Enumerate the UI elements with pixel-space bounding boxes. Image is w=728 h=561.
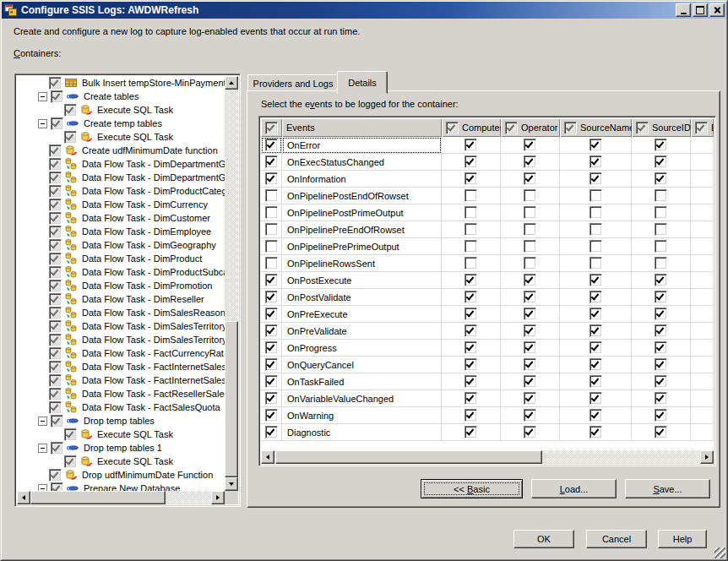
event-log-checkbox[interactable] bbox=[465, 139, 477, 151]
event-log-checkbox[interactable] bbox=[524, 172, 536, 185]
tree-item-checkbox[interactable] bbox=[49, 172, 62, 184]
maximize-button[interactable] bbox=[693, 3, 708, 17]
event-log-checkbox[interactable] bbox=[524, 189, 536, 202]
event-checkbox-cell[interactable] bbox=[501, 272, 560, 289]
event-log-checkbox[interactable] bbox=[655, 358, 667, 371]
event-checkbox-cell[interactable] bbox=[560, 154, 632, 171]
event-checkbox-cell[interactable] bbox=[442, 306, 501, 323]
event-log-checkbox[interactable] bbox=[465, 189, 477, 202]
tree-item[interactable]: Data Flow Task - DimReseller bbox=[17, 292, 225, 306]
scroll-down-button[interactable] bbox=[225, 477, 238, 491]
event-checkbox-cell[interactable] bbox=[691, 323, 714, 340]
event-checkbox-cell[interactable] bbox=[442, 238, 501, 255]
event-log-checkbox[interactable] bbox=[589, 324, 602, 337]
tree-item-checkbox[interactable] bbox=[64, 455, 77, 468]
event-log-checkbox[interactable] bbox=[465, 308, 477, 320]
event-log-checkbox[interactable] bbox=[589, 240, 602, 253]
event-checkbox-cell[interactable] bbox=[261, 424, 282, 441]
column-header-e[interactable]: E bbox=[691, 118, 714, 137]
save-button[interactable]: Save... bbox=[625, 479, 710, 498]
tree-item-checkbox[interactable] bbox=[49, 469, 62, 482]
tree-vertical-scrollbar[interactable] bbox=[225, 76, 238, 491]
tree-item-checkbox[interactable] bbox=[64, 428, 77, 441]
event-checkbox-cell[interactable] bbox=[560, 340, 632, 357]
event-name-cell[interactable]: OnPostValidate bbox=[282, 289, 442, 306]
event-checkbox-cell[interactable] bbox=[261, 238, 282, 255]
event-checkbox-cell[interactable] bbox=[442, 340, 501, 357]
event-checkbox-cell[interactable] bbox=[560, 221, 632, 238]
event-checkbox-cell[interactable] bbox=[560, 171, 632, 188]
event-log-checkbox[interactable] bbox=[655, 240, 667, 253]
event-log-checkbox[interactable] bbox=[524, 392, 536, 405]
scroll-up-button[interactable] bbox=[225, 76, 238, 90]
event-row[interactable]: OnError bbox=[261, 137, 714, 154]
event-select-checkbox[interactable] bbox=[265, 358, 278, 371]
tree-item[interactable]: Data Flow Task - DimCustomer bbox=[17, 211, 225, 225]
tree-item[interactable]: Execute SQL Task bbox=[17, 428, 225, 441]
event-row[interactable]: OnPipelinePreEndOfRowset bbox=[261, 221, 714, 238]
resize-grip[interactable] bbox=[714, 547, 725, 558]
event-log-checkbox[interactable] bbox=[524, 409, 536, 422]
column-header-events[interactable]: Events bbox=[282, 118, 442, 137]
event-checkbox-cell[interactable] bbox=[501, 221, 560, 238]
event-name-cell[interactable]: OnTaskFailed bbox=[282, 373, 442, 390]
event-checkbox-cell[interactable] bbox=[560, 238, 632, 255]
event-name-cell[interactable]: OnPipelinePostPrimeOutput bbox=[282, 204, 442, 221]
event-select-checkbox[interactable] bbox=[265, 139, 278, 151]
event-checkbox-cell[interactable] bbox=[560, 289, 632, 306]
load-button[interactable]: Load... bbox=[531, 479, 617, 498]
event-name-cell[interactable]: OnWarning bbox=[282, 407, 442, 424]
event-name-cell[interactable]: OnPipelinePreEndOfRowset bbox=[282, 221, 442, 238]
event-log-checkbox[interactable] bbox=[589, 206, 602, 219]
tree-item[interactable]: Data Flow Task - DimDepartmentG bbox=[17, 157, 225, 171]
column-header-checkbox[interactable] bbox=[564, 122, 577, 134]
event-log-checkbox[interactable] bbox=[465, 324, 477, 337]
event-checkbox-cell[interactable] bbox=[261, 390, 282, 407]
event-checkbox-cell[interactable] bbox=[691, 188, 714, 204]
event-name-cell[interactable]: OnPipelineRowsSent bbox=[282, 255, 442, 272]
event-select-checkbox[interactable] bbox=[265, 223, 278, 236]
tree-item[interactable]: Data Flow Task - FactInternetSales bbox=[17, 373, 225, 387]
cancel-button[interactable]: Cancel bbox=[586, 530, 647, 548]
event-checkbox-cell[interactable] bbox=[501, 306, 560, 323]
tree-item[interactable]: Data Flow Task - FactResellerSales bbox=[17, 387, 225, 400]
event-checkbox-cell[interactable] bbox=[442, 221, 501, 238]
tree-item[interactable]: Create tables bbox=[17, 90, 225, 103]
event-checkbox-cell[interactable] bbox=[261, 188, 282, 204]
event-checkbox-cell[interactable] bbox=[691, 221, 714, 238]
tree-item-checkbox[interactable] bbox=[49, 239, 62, 252]
event-log-checkbox[interactable] bbox=[655, 291, 667, 303]
event-log-checkbox[interactable] bbox=[524, 240, 536, 253]
event-log-checkbox[interactable] bbox=[465, 392, 477, 405]
event-log-checkbox[interactable] bbox=[524, 324, 536, 337]
event-name-cell[interactable]: OnPipelinePostEndOfRowset bbox=[282, 188, 442, 204]
event-log-checkbox[interactable] bbox=[465, 206, 477, 219]
event-log-checkbox[interactable] bbox=[655, 392, 667, 405]
event-name-cell[interactable]: OnPreValidate bbox=[282, 323, 442, 340]
event-log-checkbox[interactable] bbox=[524, 341, 536, 354]
column-header-sourcename[interactable]: SourceName bbox=[560, 118, 632, 137]
tree-item[interactable]: Prepare New Database bbox=[17, 482, 225, 491]
close-button[interactable] bbox=[709, 3, 725, 17]
event-log-checkbox[interactable] bbox=[524, 358, 536, 371]
event-log-checkbox[interactable] bbox=[465, 358, 477, 371]
event-checkbox-cell[interactable] bbox=[691, 171, 714, 188]
event-select-checkbox[interactable] bbox=[265, 189, 278, 202]
event-checkbox-cell[interactable] bbox=[632, 204, 691, 221]
event-row[interactable]: OnPipelineRowsSent bbox=[261, 255, 714, 272]
tree-item[interactable]: Drop udfMinimumDate Function bbox=[17, 468, 225, 482]
event-log-checkbox[interactable] bbox=[589, 375, 602, 388]
event-checkbox-cell[interactable] bbox=[560, 407, 632, 424]
tree-item[interactable]: Data Flow Task - FactInternetSales bbox=[17, 360, 225, 373]
event-name-cell[interactable]: Diagnostic bbox=[282, 424, 442, 441]
event-row[interactable]: OnTaskFailed bbox=[261, 373, 714, 390]
event-checkbox-cell[interactable] bbox=[691, 357, 714, 373]
tree-item-checkbox[interactable] bbox=[49, 307, 62, 319]
event-select-checkbox[interactable] bbox=[265, 341, 278, 354]
scroll-left-button[interactable] bbox=[261, 450, 274, 464]
event-checkbox-cell[interactable] bbox=[261, 255, 282, 272]
column-header-computer[interactable]: Computer bbox=[442, 118, 501, 137]
tree-item[interactable]: Bulk Insert tempStore-MinPayment bbox=[17, 76, 225, 90]
tree-item-checkbox[interactable] bbox=[49, 212, 62, 225]
event-log-checkbox[interactable] bbox=[465, 274, 477, 286]
